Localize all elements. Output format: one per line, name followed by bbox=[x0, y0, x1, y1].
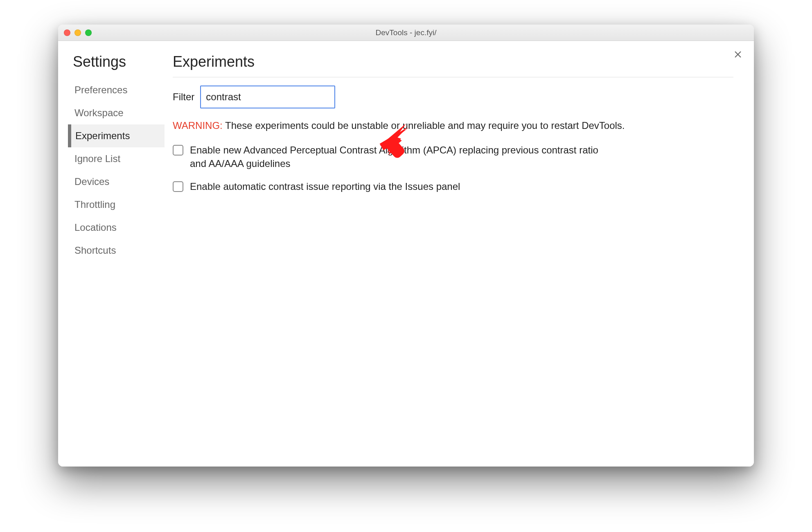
settings-sidebar: Settings PreferencesWorkspaceExperiments… bbox=[58, 41, 165, 467]
sidebar-item-preferences[interactable]: Preferences bbox=[68, 79, 165, 101]
content-area: Settings PreferencesWorkspaceExperiments… bbox=[58, 41, 754, 467]
sidebar-item-label: Locations bbox=[74, 222, 117, 233]
sidebar-item-label: Workspace bbox=[74, 107, 124, 118]
traffic-lights bbox=[64, 29, 92, 36]
sidebar-item-label: Shortcuts bbox=[74, 245, 116, 256]
filter-input[interactable] bbox=[200, 86, 335, 108]
sidebar-item-throttling[interactable]: Throttling bbox=[68, 193, 165, 216]
experiment-checkbox[interactable] bbox=[173, 181, 183, 192]
close-icon bbox=[734, 48, 742, 61]
sidebar-item-label: Preferences bbox=[74, 84, 127, 95]
sidebar-item-shortcuts[interactable]: Shortcuts bbox=[68, 239, 165, 262]
sidebar-item-locations[interactable]: Locations bbox=[68, 216, 165, 239]
experiment-row: Enable new Advanced Perceptual Contrast … bbox=[173, 144, 607, 170]
sidebar-item-label: Throttling bbox=[74, 199, 115, 210]
sidebar-item-label: Ignore List bbox=[74, 153, 120, 164]
window-minimize-icon[interactable] bbox=[74, 29, 81, 36]
experiment-label: Enable automatic contrast issue reportin… bbox=[190, 180, 460, 193]
experiment-label: Enable new Advanced Perceptual Contrast … bbox=[190, 144, 607, 170]
devtools-window: DevTools - jec.fyi/ Settings Preferences… bbox=[58, 25, 754, 467]
close-button[interactable] bbox=[732, 48, 744, 61]
warning-body: These experiments could be unstable or u… bbox=[223, 120, 625, 131]
sidebar-item-label: Experiments bbox=[75, 130, 130, 141]
filter-label: Filter bbox=[173, 91, 194, 103]
window-close-icon[interactable] bbox=[64, 29, 70, 36]
sidebar-item-ignore-list[interactable]: Ignore List bbox=[68, 147, 165, 170]
sidebar-item-devices[interactable]: Devices bbox=[68, 170, 165, 193]
filter-row: Filter bbox=[173, 86, 733, 108]
window-title: DevTools - jec.fyi/ bbox=[58, 28, 754, 37]
sidebar-item-experiments[interactable]: Experiments bbox=[68, 124, 165, 147]
titlebar: DevTools - jec.fyi/ bbox=[58, 25, 754, 41]
experiment-row: Enable automatic contrast issue reportin… bbox=[173, 180, 607, 193]
experiment-checkbox[interactable] bbox=[173, 145, 183, 156]
page-title: Experiments bbox=[173, 53, 733, 77]
sidebar-title: Settings bbox=[70, 53, 165, 70]
sidebar-item-workspace[interactable]: Workspace bbox=[68, 101, 165, 124]
window-zoom-icon[interactable] bbox=[85, 29, 92, 36]
warning-prefix: WARNING: bbox=[173, 120, 223, 131]
warning-text: WARNING: These experiments could be unst… bbox=[173, 119, 733, 132]
sidebar-item-label: Devices bbox=[74, 176, 109, 187]
main-panel: Experiments Filter WARNING: These experi… bbox=[165, 41, 754, 467]
